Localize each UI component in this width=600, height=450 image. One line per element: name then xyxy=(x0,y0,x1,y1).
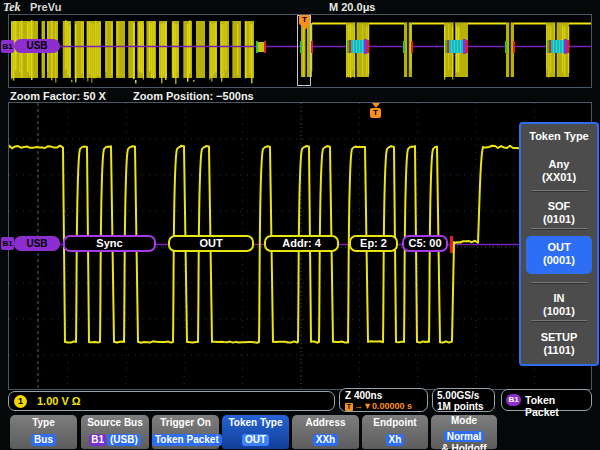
trigger-position-marker-overview[interactable]: T xyxy=(299,15,310,30)
option-label: IN xyxy=(521,292,597,305)
softkey-label: Endpoint xyxy=(362,417,428,429)
ch1-scale-readout[interactable]: 1 1.00 V Ω xyxy=(8,391,335,411)
option-label: OUT xyxy=(526,241,592,254)
option-label: Any xyxy=(521,158,597,171)
trigger-arrow-icon xyxy=(301,25,309,30)
zoom-factor-readout: Zoom Factor: 50 X xyxy=(10,90,106,102)
bus-status-readout: B1 Token Packet xyxy=(501,389,592,411)
option-code: (1001) xyxy=(521,305,597,318)
softkey-value: Xh xyxy=(386,434,405,446)
trigger-time: 0.00000 s xyxy=(372,401,412,411)
menu-divider xyxy=(531,320,587,321)
trigger-t-icon: T xyxy=(370,108,381,118)
option-code: (1101) xyxy=(521,344,597,357)
softkey-label: Trigger On xyxy=(152,417,219,429)
acquisition-status: PreVu xyxy=(30,1,61,13)
softkey-value: (USB) xyxy=(107,434,141,446)
bus-b1-badge: B1 xyxy=(506,394,521,406)
main-bus-b1-badge[interactable]: B1 xyxy=(1,237,14,250)
decode-field-pid-out: OUT xyxy=(168,235,254,252)
option-code: (XX01) xyxy=(521,171,597,184)
tek-logo: Tek xyxy=(3,0,21,15)
softkey-label: Source Bus xyxy=(81,417,149,429)
zoom-position-readout: Zoom Position: −500ns xyxy=(133,90,254,102)
decode-field-address: Addr: 4 xyxy=(264,235,339,252)
timebase-readout: M 20.0μs xyxy=(329,1,375,13)
menu-divider xyxy=(531,190,587,191)
option-code: (0101) xyxy=(521,213,597,226)
overview-bus-usb-label[interactable]: USB xyxy=(14,39,60,53)
trigger-position-marker-main[interactable]: T xyxy=(370,103,381,118)
option-label: SETUP xyxy=(521,331,597,344)
bus-b1-badge: B1 xyxy=(89,434,106,446)
menu-divider xyxy=(531,228,587,229)
softkey-label: Type xyxy=(10,417,77,429)
ch1-scale-text: 1.00 V Ω xyxy=(37,395,81,407)
softkey-label: Token Type xyxy=(222,417,289,429)
trigger-marker: ▼ xyxy=(363,401,372,411)
softkey-address[interactable]: Address XXh xyxy=(292,415,359,449)
trigger-arrow: → xyxy=(354,401,363,411)
softkey-trigger-on[interactable]: Trigger On Token Packet xyxy=(152,415,219,449)
decode-field-sync: Sync xyxy=(63,235,156,252)
main-bus-usb-label[interactable]: USB xyxy=(14,236,60,251)
softkey-endpoint[interactable]: Endpoint Xh xyxy=(362,415,428,449)
zoom-scale-readout: Z 400ns T→▼0.00000 s xyxy=(339,388,428,412)
token-type-option-any[interactable]: Any (XX01) xyxy=(521,158,597,184)
sample-rate: 5.00GS/s xyxy=(437,390,494,401)
token-type-option-sof[interactable]: SOF (0101) xyxy=(521,200,597,226)
trigger-t-icon: T xyxy=(299,15,310,25)
softkey-value-line2: & Holdoff xyxy=(431,444,497,450)
option-label: SOF xyxy=(521,200,597,213)
softkey-label: Address xyxy=(292,417,359,429)
softkey-token-type[interactable]: Token Type OUT xyxy=(222,415,289,449)
trigger-t-icon: T xyxy=(345,403,353,411)
zoom-scale-text: Z 400ns xyxy=(345,390,427,401)
token-type-menu: Token Type Any (XX01) SOF (0101) OUT (00… xyxy=(519,122,599,366)
softkey-source-bus[interactable]: Source Bus B1(USB) xyxy=(81,415,149,449)
softkey-value: OUT xyxy=(242,434,269,446)
acquisition-readout: 5.00GS/s 1M points xyxy=(432,388,495,412)
menu-divider xyxy=(531,282,587,283)
ch1-badge: 1 xyxy=(14,395,27,408)
bus-status-text: Token Packet xyxy=(525,394,591,418)
decode-field-endpoint: Ep: 2 xyxy=(349,235,398,252)
record-length: 1M points xyxy=(437,401,494,412)
oscilloscope-screen: Tek PreVu M 20.0μs B1 USB T Zoom Factor:… xyxy=(0,0,600,450)
softkey-value: Normal xyxy=(444,431,484,442)
token-type-option-in[interactable]: IN (1001) xyxy=(521,292,597,318)
token-type-option-out-selected[interactable]: OUT (0001) xyxy=(526,236,592,274)
option-code: (0001) xyxy=(526,254,592,267)
softkey-label: Mode xyxy=(431,416,497,426)
softkey-type[interactable]: Type Bus xyxy=(10,415,77,449)
token-type-menu-title: Token Type xyxy=(521,130,597,142)
softkey-value: Token Packet xyxy=(152,434,222,446)
softkey-value: XXh xyxy=(313,434,338,446)
softkey-mode[interactable]: Mode Normal & Holdoff xyxy=(431,415,497,449)
token-type-option-setup[interactable]: SETUP (1101) xyxy=(521,331,597,357)
decode-field-crc5: C5: 00 xyxy=(402,235,448,252)
overview-bus-b1-badge[interactable]: B1 xyxy=(1,40,14,53)
softkey-value: Bus xyxy=(31,434,56,446)
trigger-time-readout: T→▼0.00000 s xyxy=(345,401,427,411)
